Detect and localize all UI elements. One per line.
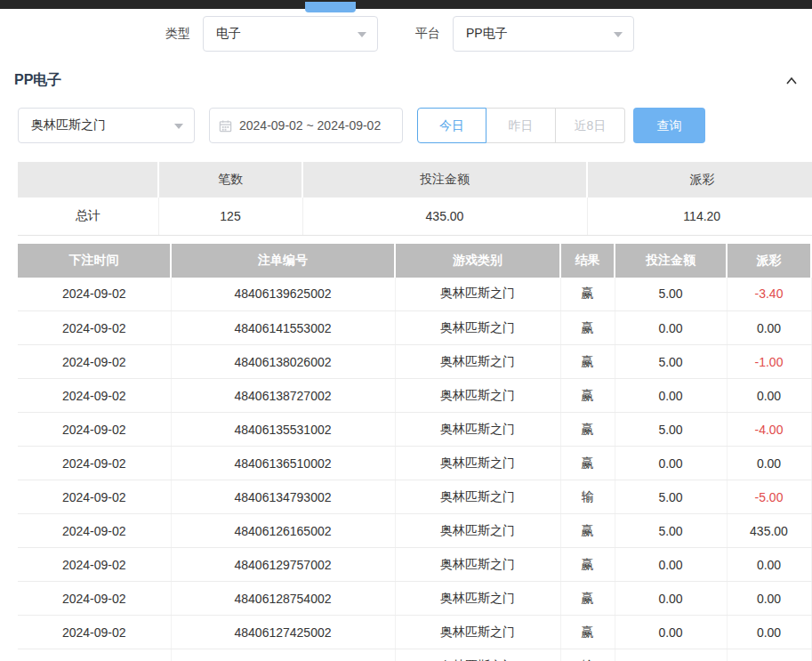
bet-table-header-payout-cell: 派彩 <box>727 244 811 278</box>
table-row: 2024-09-0248406141553002奥林匹斯之门赢0.000.00 <box>18 311 812 345</box>
bet-amount-cell: 0.00 <box>615 582 727 616</box>
game-type-cell: 奥林匹斯之门 <box>395 582 560 616</box>
bet-amount-cell: 5.00 <box>615 413 727 447</box>
result-cell: 赢 <box>560 548 615 582</box>
calendar-icon <box>219 119 232 133</box>
game-type-cell: 奥林匹斯之门 <box>395 514 560 548</box>
summary-bet-amount: 435.00 <box>302 197 587 235</box>
bet-time-cell: 2024-09-02 <box>18 345 171 379</box>
bet-table-header-row: 下注时间注单编号游戏类别结果投注金额派彩 <box>18 244 812 278</box>
payout-cell: -5.00 <box>727 480 811 514</box>
bet-time-cell: 2024-09-02 <box>18 278 171 311</box>
bet-amount-cell: 0.00 <box>615 548 727 582</box>
game-type-cell: 奥林匹斯之门 <box>395 649 560 661</box>
bet-time-cell: 2024-09-02 <box>18 548 171 582</box>
bet-amount-cell: 0.00 <box>615 311 727 345</box>
yesterday-button[interactable]: 昨日 <box>486 108 556 143</box>
table-row: 2024-09-0248406138727002奥林匹斯之门赢0.000.00 <box>18 379 812 413</box>
bet-id-cell: 48406139625002 <box>171 278 395 311</box>
table-row: 2024-09-0248406138026002奥林匹斯之门赢5.00-1.00 <box>18 345 812 379</box>
summary-total-row: 总计 125 435.00 114.20 <box>18 197 812 235</box>
bet-id-cell: 48406136510002 <box>171 447 395 480</box>
today-button[interactable]: 今日 <box>417 108 486 143</box>
bet-id-cell: 48406125316002 <box>171 649 395 661</box>
game-type-cell: 奥林匹斯之门 <box>395 447 560 480</box>
bet-table-header-bet-id-cell: 注单编号 <box>171 244 395 278</box>
result-cell: 赢 <box>560 616 615 649</box>
bet-id-cell: 48406129757002 <box>171 548 395 582</box>
result-cell: 赢 <box>560 311 615 345</box>
query-toolbar: 奥林匹斯之门 2024-09-02 ~ 2024-09-02 今日 昨日 近8日… <box>18 108 812 143</box>
game-type-cell: 奥林匹斯之门 <box>395 311 560 345</box>
result-cell: 赢 <box>560 514 615 548</box>
type-select[interactable]: 电子 <box>203 16 378 52</box>
bet-table: 下注时间注单编号游戏类别结果投注金额派彩 2024-09-02484061396… <box>18 244 812 661</box>
bet-id-cell: 48406127425002 <box>171 616 395 649</box>
bet-id-cell: 48406135531002 <box>171 413 395 447</box>
payout-cell: -5.00 <box>727 649 811 661</box>
game-select[interactable]: 奥林匹斯之门 <box>18 108 195 143</box>
section-header: PP电子 <box>14 71 798 90</box>
table-row: 2024-09-0248406135531002奥林匹斯之门赢5.00-4.00 <box>18 413 812 447</box>
caret-down-icon <box>174 124 183 129</box>
summary-header-blank <box>18 162 158 197</box>
bet-time-cell: 2024-09-02 <box>18 379 171 413</box>
result-cell: 输 <box>560 480 615 514</box>
payout-cell: -4.00 <box>727 413 811 447</box>
bet-id-cell: 48406141553002 <box>171 311 395 345</box>
table-row: 2024-09-0248406139625002奥林匹斯之门赢5.00-3.40 <box>18 278 812 311</box>
summary-header-count: 笔数 <box>158 162 302 197</box>
bet-table-header-result-cell: 结果 <box>560 244 615 278</box>
bet-amount-cell: 0.00 <box>615 379 727 413</box>
query-button[interactable]: 查询 <box>633 108 705 143</box>
bet-time-cell: 2024-09-02 <box>18 649 171 661</box>
bet-table-header-bet-amount-cell: 投注金额 <box>615 244 727 278</box>
caret-down-icon <box>614 32 623 37</box>
summary-table: 笔数 投注金额 派彩 总计 125 435.00 114.20 <box>18 162 812 236</box>
payout-cell: -1.00 <box>727 345 811 379</box>
payout-cell: 0.00 <box>727 548 811 582</box>
bet-id-cell: 48406134793002 <box>171 480 395 514</box>
top-bar <box>0 0 812 9</box>
bet-amount-cell: 5.00 <box>615 514 727 548</box>
bet-amount-cell: 5.00 <box>615 649 727 661</box>
bet-amount-cell: 5.00 <box>615 480 727 514</box>
caret-down-icon <box>358 32 366 37</box>
bet-time-cell: 2024-09-02 <box>18 616 171 649</box>
summary-bet-count: 125 <box>158 197 302 235</box>
bet-id-cell: 48406126165002 <box>171 514 395 548</box>
payout-cell: 0.00 <box>727 582 811 616</box>
result-cell: 赢 <box>560 345 615 379</box>
result-cell: 赢 <box>560 379 615 413</box>
result-cell: 赢 <box>560 413 615 447</box>
bet-amount-cell: 0.00 <box>615 616 727 649</box>
game-type-cell: 奥林匹斯之门 <box>395 278 560 311</box>
payout-cell: 0.00 <box>727 447 811 480</box>
bet-table-header-bet-time-cell: 下注时间 <box>18 244 171 278</box>
summary-header-row: 笔数 投注金额 派彩 <box>18 162 812 197</box>
result-cell: 赢 <box>560 447 615 480</box>
payout-cell: 0.00 <box>727 616 811 649</box>
platform-select[interactable]: PP电子 <box>453 16 634 52</box>
game-type-cell: 奥林匹斯之门 <box>395 379 560 413</box>
active-tab-indicator[interactable] <box>305 2 356 12</box>
summary-header-payout: 派彩 <box>587 162 812 197</box>
bet-table-header-game-type-cell: 游戏类别 <box>395 244 560 278</box>
summary-payout: 114.20 <box>587 197 812 235</box>
payout-cell: 0.00 <box>727 379 811 413</box>
payout-cell: 435.00 <box>727 514 811 548</box>
table-row: 2024-09-0248406126165002奥林匹斯之门赢5.00435.0… <box>18 514 812 548</box>
last8days-button[interactable]: 近8日 <box>556 108 625 143</box>
table-row: 2024-09-0248406128754002奥林匹斯之门赢0.000.00 <box>18 582 812 616</box>
quick-range-button-group: 今日 昨日 近8日 <box>417 108 625 143</box>
platform-label: 平台 <box>415 26 440 42</box>
table-row: 2024-09-0248406134793002奥林匹斯之门输5.00-5.00 <box>18 480 812 514</box>
bet-amount-cell: 5.00 <box>615 278 727 311</box>
date-range-input[interactable]: 2024-09-02 ~ 2024-09-02 <box>209 108 403 143</box>
game-type-cell: 奥林匹斯之门 <box>395 345 560 379</box>
result-cell: 赢 <box>560 278 615 311</box>
summary-total-label: 总计 <box>18 197 158 235</box>
collapse-chevron-up-icon[interactable] <box>785 75 798 87</box>
date-range-value: 2024-09-02 ~ 2024-09-02 <box>239 118 381 133</box>
game-select-value: 奥林匹斯之门 <box>31 117 106 133</box>
